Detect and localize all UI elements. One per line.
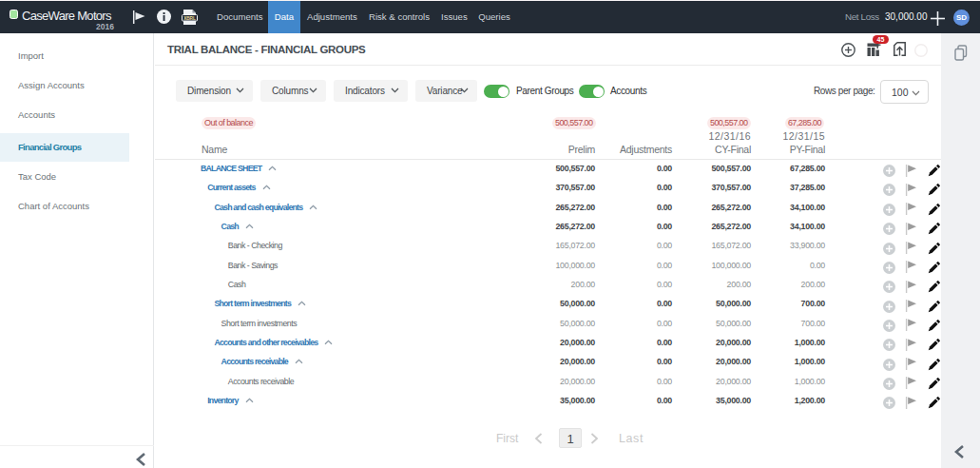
svg-text:XBRL: XBRL [183, 16, 196, 21]
